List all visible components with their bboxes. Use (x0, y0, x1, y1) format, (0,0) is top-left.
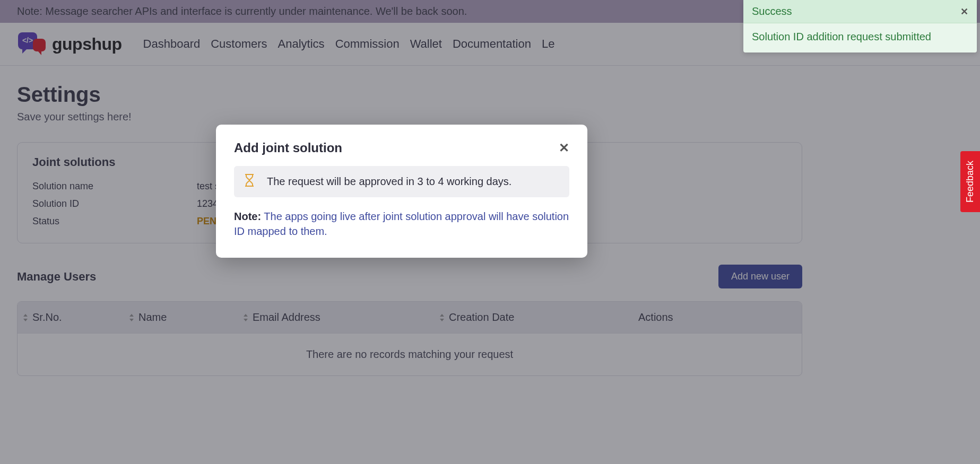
toast-title: Success (752, 5, 792, 17)
modal-info-text: The request will be approved in 3 to 4 w… (267, 176, 511, 188)
close-icon: ✕ (960, 6, 968, 17)
toast-close-button[interactable]: ✕ (960, 6, 968, 17)
modal-header: Add joint solution ✕ (234, 141, 569, 155)
toast-body: Solution ID addition request submitted (743, 23, 977, 52)
feedback-label: Feedback (965, 161, 975, 203)
modal-info-box: The request will be approved in 3 to 4 w… (234, 166, 569, 197)
modal-note: Note: The apps going live after joint so… (234, 209, 569, 239)
success-toast: Success ✕ Solution ID addition request s… (743, 0, 977, 52)
modal-title: Add joint solution (234, 141, 342, 155)
modal-note-text: The apps going live after joint solution… (234, 211, 569, 237)
close-icon: ✕ (559, 141, 569, 155)
hourglass-icon (244, 173, 255, 190)
modal-note-label: Note: (234, 211, 261, 222)
add-joint-solution-modal: Add joint solution ✕ The request will be… (216, 125, 587, 258)
feedback-tab[interactable]: Feedback (960, 151, 980, 212)
modal-close-button[interactable]: ✕ (559, 142, 569, 154)
toast-header: Success ✕ (743, 0, 977, 23)
